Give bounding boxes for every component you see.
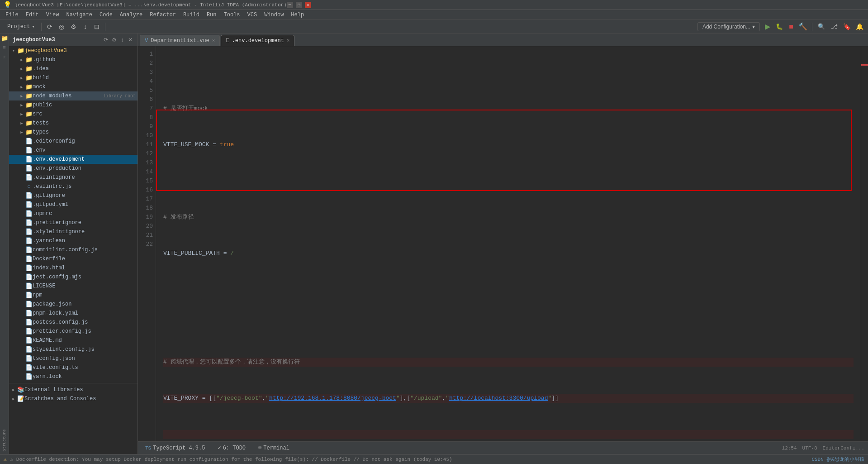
tree-item-stylelintignore[interactable]: 📄 .stylelintignore [9, 227, 138, 236]
bottom-panel: TS TypeScript 4.9.5 ✓ 6: TODO ⌨ Terminal… [138, 441, 868, 454]
panel-close-btn[interactable]: ✕ [127, 36, 134, 43]
menu-item-window[interactable]: Window [261, 11, 287, 19]
tree-item-pnpmlock[interactable]: 📄 pnpm-lock.yaml [9, 309, 138, 318]
tree-item-eslintignore[interactable]: 📄 .eslintignore [9, 173, 138, 182]
settings-button[interactable]: ⚙ [68, 22, 78, 32]
bottom-tab-typescript[interactable]: TS TypeScript 4.9.5 [142, 442, 209, 454]
menu-item-help[interactable]: Help [287, 11, 308, 19]
tree-item-env-production[interactable]: 📄 .env.production [9, 164, 138, 173]
tree-item-idea[interactable]: ▶ 📁 .idea [9, 64, 138, 73]
menu-item-vcs[interactable]: VCS [244, 11, 261, 19]
vcs-button[interactable]: ⎇ [829, 22, 839, 32]
tree-item-yarnclean[interactable]: 📄 .yarnclean [9, 236, 138, 245]
tree-item-public[interactable]: ▶ 📁 public [9, 100, 138, 110]
tree-item-indexhtml[interactable]: 📄 index.html [9, 263, 138, 273]
menu-item-navigate[interactable]: Navigate [62, 11, 96, 19]
tree-item-external-libraries[interactable]: ▶ 📚 External Libraries [9, 385, 138, 394]
jest-label: jest.config.mjs [33, 274, 136, 280]
notification-button[interactable]: 🔔 [854, 22, 864, 32]
search-everywhere-button[interactable]: 🔍 [816, 22, 826, 32]
run-button[interactable]: ▶ [763, 22, 773, 32]
tree-item-tsconfig[interactable]: 📄 tsconfig.json [9, 354, 138, 363]
add-configuration-button[interactable]: Add Configuration... ▾ [697, 22, 760, 31]
close-button[interactable]: ✕ [305, 2, 311, 8]
build-button[interactable]: 🔨 [798, 22, 808, 32]
tab-env-development[interactable]: E .env.development × [221, 35, 294, 46]
bottom-tab-todo[interactable]: ✓ 6: TODO [214, 442, 249, 454]
tree-item-gitignore[interactable]: 📄 .gitignore [9, 191, 138, 200]
tree-item-yarn[interactable]: 📄 yarn.lock [9, 372, 138, 381]
tree-item-build[interactable]: ▶ 📁 build [9, 73, 138, 82]
menu-item-analyze[interactable]: Analyze [116, 11, 146, 19]
tree-item-editorconfig[interactable]: 📄 .editorconfig [9, 137, 138, 146]
project-selector[interactable]: Project ▾ [4, 23, 38, 31]
tree-item-src[interactable]: ▶ 📁 src [9, 110, 138, 119]
menu-item-file[interactable]: File [2, 11, 22, 19]
panel-sync-btn[interactable]: ⟳ [102, 36, 109, 43]
menu-item-code[interactable]: Code [96, 11, 116, 19]
bottom-tab-terminal[interactable]: ⌨ Terminal [255, 442, 293, 454]
tree-item-commitlint[interactable]: 📄 commitlint.config.js [9, 245, 138, 254]
tree-item-npm[interactable]: 📄 npm [9, 291, 138, 300]
tab-env-close[interactable]: × [287, 38, 290, 43]
menu-item-edit[interactable]: Edit [22, 11, 43, 19]
tree-item-prettier[interactable]: 📄 prettier.config.js [9, 327, 138, 336]
tree-item-prettierignore[interactable]: 📄 .prettierignore [9, 218, 138, 227]
tree-item-jest[interactable]: 📄 jest.config.mjs [9, 273, 138, 282]
tab-departmentlist[interactable]: V DepartmentList.vue × [140, 35, 220, 46]
tree-item-npmrc[interactable]: 📄 .npmrc [9, 209, 138, 218]
notifications-side-icon[interactable]: Structure [0, 427, 9, 454]
public-label: public [33, 102, 136, 108]
stop-button[interactable]: ■ [786, 22, 796, 32]
menu-item-view[interactable]: View [43, 11, 63, 19]
bookmark-side-icon[interactable]: ☆ [0, 53, 9, 61]
tree-root[interactable]: ▾ 📁 jeecgbootVue3 [9, 46, 138, 55]
menu-item-refactor[interactable]: Refactor [146, 11, 180, 19]
structure-icon[interactable]: ≡ [0, 43, 9, 52]
toolbar-separator-2 [105, 23, 105, 31]
menu-item-tools[interactable]: Tools [220, 11, 244, 19]
code-editor[interactable]: # 是否打开mock VITE_USE_MOCK = true # 发布路径 V… [156, 46, 861, 441]
line-numbers: 1 2 3 4 5 6 7 8 9 10 11 12 13 14 15 16 1… [138, 46, 156, 441]
sync-button[interactable]: ⟳ [45, 22, 55, 32]
restore-button[interactable]: ❐ [296, 2, 302, 8]
tree-item-packagejson[interactable]: 📄 package.json [9, 300, 138, 309]
expand-button[interactable]: ↕ [80, 22, 90, 32]
tree-item-eslintrc[interactable]: ○ .eslintrc.js [9, 182, 138, 191]
tab-bar: V DepartmentList.vue × E .env.developmen… [138, 33, 868, 46]
code-line-1: # 是否打开mock [163, 104, 854, 113]
tree-item-env[interactable]: 📄 .env [9, 146, 138, 155]
minimize-button[interactable]: ─ [287, 2, 293, 8]
tree-item-stylelint[interactable]: 📄 stylelint.config.js [9, 345, 138, 354]
tree-item-node-modules[interactable]: ▶ 📁 node_modules library root [9, 91, 138, 100]
project-icon[interactable]: 📁 [0, 34, 9, 43]
tree-item-tests[interactable]: ▶ 📁 tests [9, 119, 138, 128]
tree-item-postcss[interactable]: 📄 postcss.config.js [9, 318, 138, 327]
tree-item-github[interactable]: ▶ 📁 .github [9, 55, 138, 64]
code-line-7 [163, 321, 854, 330]
panel-expand-btn[interactable]: ↕ [119, 36, 126, 43]
tree-item-types[interactable]: ▶ 📁 types [9, 128, 138, 137]
tab-departmentlist-label: DepartmentList.vue [151, 38, 209, 44]
postcss-icon: 📄 [25, 319, 33, 326]
collapse-button[interactable]: ⊟ [92, 22, 102, 32]
project-label: Project [7, 24, 30, 30]
tree-item-gitpod[interactable]: 📄 .gitpod.yml [9, 200, 138, 209]
stylelint-icon: 📄 [25, 346, 33, 353]
tab-departmentlist-close[interactable]: × [212, 38, 215, 43]
locate-button[interactable]: ◎ [57, 22, 66, 32]
debug-button[interactable]: 🐛 [774, 22, 784, 32]
tree-item-env-development[interactable]: 📄 .env.development [9, 155, 138, 164]
tree-item-license[interactable]: 📄 LICENSE [9, 282, 138, 291]
panel-settings-btn[interactable]: ⚙ [110, 36, 118, 43]
tree-item-mock[interactable]: ▶ 📁 mock [9, 82, 138, 91]
env-development-label: .env.development [33, 156, 136, 163]
menu-item-run[interactable]: Run [203, 11, 220, 19]
bookmark-button[interactable]: 🔖 [842, 22, 852, 32]
tree-item-scratches[interactable]: ▶ 📝 Scratches and Consoles [9, 394, 138, 403]
right-scroll-strip[interactable] [861, 46, 868, 441]
tree-item-dockerfile[interactable]: 📄 Dockerfile [9, 254, 138, 263]
tree-item-viteconfig[interactable]: 📄 vite.config.ts [9, 363, 138, 372]
menu-item-build[interactable]: Build [180, 11, 203, 19]
tree-item-readme[interactable]: 📄 README.md [9, 336, 138, 345]
